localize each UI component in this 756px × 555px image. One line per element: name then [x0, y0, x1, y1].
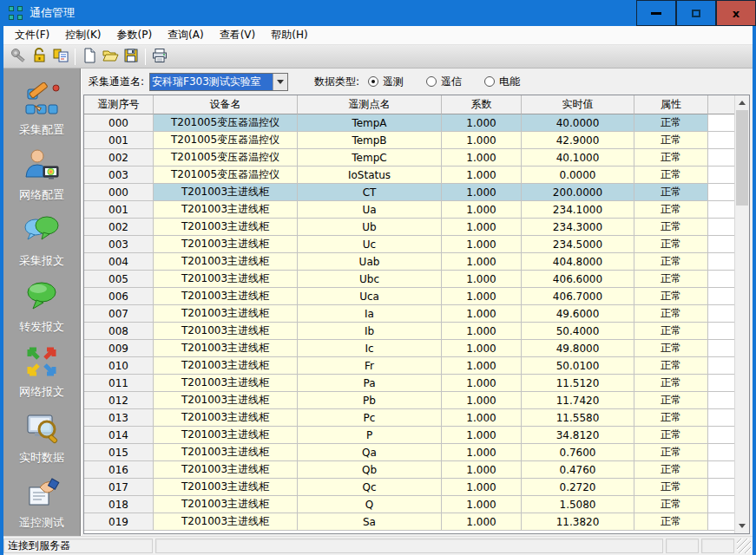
table-row[interactable]: 012T201003主进线柜Pb1.00011.7420正常 [84, 392, 734, 409]
column-header-1[interactable]: 设备名 [154, 95, 298, 114]
table-cell: 004 [84, 253, 154, 271]
sidebar-item-collect-message[interactable]: 采集报文 [3, 208, 80, 274]
table-cell: 011 [84, 375, 154, 392]
table-cell: 1.000 [442, 409, 522, 427]
table-cell: Ua [298, 201, 442, 219]
sidebar-item-remote-test[interactable]: 遥控测试 [3, 470, 80, 536]
channel-combobox[interactable]: 安科瑞F303测试实验室 [149, 73, 288, 91]
table-row[interactable]: 014T201003主进线柜P1.00034.8120正常 [84, 427, 734, 444]
vertical-scrollbar[interactable] [734, 95, 749, 533]
table-cell: 1.000 [442, 375, 522, 392]
sidebar-item-network-config[interactable]: 网络配置 [3, 143, 80, 209]
window-controls: x [636, 0, 756, 26]
network-config-icon [23, 147, 61, 185]
table-cell: 002 [84, 219, 154, 236]
menu-item-2[interactable]: 参数(P) [109, 26, 161, 44]
table-cell: 正常 [634, 201, 708, 219]
main-area: 采集配置网络配置采集报文转发报文网络报文实时数据遥控测试 采集通道名: 安科瑞F… [3, 69, 753, 536]
column-header-0[interactable]: 遥测序号 [84, 95, 154, 114]
table-cell: 1.000 [442, 496, 522, 513]
table-row[interactable]: 003T201005变压器温控仪IoStatus1.0000.0000正常 [84, 166, 734, 184]
sidebar-item-collect-config[interactable]: 采集配置 [3, 77, 80, 143]
table-cell: T201003主进线柜 [154, 375, 298, 392]
new-file-icon [81, 47, 98, 67]
table-cell-filler [708, 236, 734, 253]
menu-item-3[interactable]: 查询(A) [160, 26, 212, 44]
table-cell: 1.000 [442, 340, 522, 357]
scroll-down-button[interactable] [735, 519, 749, 533]
password-button[interactable] [50, 47, 71, 67]
radio-telesignal[interactable]: 遥信 [426, 75, 462, 89]
table-cell: 007 [84, 305, 154, 323]
table-row[interactable]: 000T201003主进线柜CT1.000200.0000正常 [84, 184, 734, 201]
radio-energy[interactable]: 电能 [484, 75, 520, 89]
table-cell: 正常 [634, 149, 708, 166]
table-cell: T201005变压器温控仪 [154, 149, 298, 166]
radio-telemetry[interactable]: 遥测 [368, 75, 404, 89]
new-file-button[interactable] [79, 47, 100, 67]
status-panel [155, 539, 663, 553]
column-header-5[interactable]: 属性 [634, 95, 708, 114]
sidebar-item-network-message[interactable]: 网络报文 [3, 339, 80, 405]
resize-grip[interactable] [737, 539, 751, 553]
save-button[interactable] [121, 47, 141, 67]
table-row[interactable]: 002T201005变压器温控仪TempC1.00040.1000正常 [84, 149, 734, 166]
radio-circle-icon [426, 76, 437, 87]
table-row[interactable]: 009T201003主进线柜Ic1.00049.8000正常 [84, 340, 734, 357]
column-header-3[interactable]: 系数 [442, 95, 522, 114]
combobox-dropdown-button[interactable] [273, 74, 287, 90]
table-cell: 002 [84, 149, 154, 166]
menu-item-0[interactable]: 文件(F) [7, 26, 57, 44]
table-row[interactable]: 006T201003主进线柜Uca1.000406.7000正常 [84, 288, 734, 305]
table-cell-filler [708, 253, 734, 271]
table-row[interactable]: 003T201003主进线柜Uc1.000234.5000正常 [84, 236, 734, 253]
table-row[interactable]: 019T201003主进线柜Sa1.00011.3820正常 [84, 513, 734, 531]
table-row[interactable]: 011T201003主进线柜Pa1.00011.5120正常 [84, 375, 734, 392]
unlock-button[interactable] [30, 47, 50, 67]
table-row[interactable]: 013T201003主进线柜Pc1.00011.5580正常 [84, 409, 734, 427]
column-header-4[interactable]: 实时值 [522, 95, 634, 114]
table-row[interactable]: 002T201003主进线柜Ub1.000234.3000正常 [84, 219, 734, 236]
table-row[interactable]: 017T201003主进线柜Qc1.0000.2720正常 [84, 479, 734, 496]
maximize-button[interactable] [676, 0, 716, 26]
scrollbar-thumb[interactable] [736, 110, 748, 206]
table-cell: T201003主进线柜 [154, 409, 298, 427]
minimize-button[interactable] [636, 0, 676, 26]
table-cell: 正常 [634, 392, 708, 409]
table-cell-filler [708, 132, 734, 149]
table-row[interactable]: 015T201003主进线柜Qa1.0000.7600正常 [84, 444, 734, 461]
table-row[interactable]: 018T201003主进线柜Q1.0001.5080正常 [84, 496, 734, 513]
close-button[interactable]: x [716, 0, 756, 26]
print-icon [151, 47, 168, 67]
table-cell: 1.000 [442, 392, 522, 409]
open-file-button[interactable] [100, 47, 121, 67]
table-row[interactable]: 001T201003主进线柜Ua1.000234.1000正常 [84, 201, 734, 219]
key-button[interactable] [9, 47, 30, 67]
table-row[interactable]: 007T201003主进线柜Ia1.00049.6000正常 [84, 305, 734, 323]
print-button[interactable] [149, 47, 170, 67]
column-header-2[interactable]: 遥测点名 [298, 95, 442, 114]
table-cell: 1.000 [442, 479, 522, 496]
table-row[interactable]: 008T201003主进线柜Ib1.00050.4000正常 [84, 323, 734, 340]
forward-message-icon [23, 279, 61, 317]
menu-item-4[interactable]: 查看(V) [212, 26, 264, 44]
sidebar-item-forward-message[interactable]: 转发报文 [3, 274, 80, 340]
table-cell: 014 [84, 427, 154, 444]
table-cell: T201005变压器温控仪 [154, 166, 298, 184]
table-cell: Pb [298, 392, 442, 409]
table-row[interactable]: 016T201003主进线柜Qb1.0000.4760正常 [84, 461, 734, 479]
table-row[interactable]: 001T201005变压器温控仪TempB1.00042.9000正常 [84, 132, 734, 149]
menu-item-1[interactable]: 控制(K) [57, 26, 108, 44]
table-row[interactable]: 005T201003主进线柜Ubc1.000406.6000正常 [84, 271, 734, 288]
scroll-up-button[interactable] [735, 95, 749, 110]
menu-item-5[interactable]: 帮助(H) [263, 26, 315, 44]
table-cell: 017 [84, 479, 154, 496]
table-row[interactable]: 010T201003主进线柜Fr1.00050.0100正常 [84, 357, 734, 375]
sidebar-item-realtime-data[interactable]: 实时数据 [3, 405, 80, 471]
toolbar-separator [75, 49, 76, 65]
sidebar-item-label: 转发报文 [19, 319, 64, 335]
table-row[interactable]: 000T201005变压器温控仪TempA1.00040.0000正常 [84, 114, 734, 132]
window-title: 通信管理 [30, 5, 75, 21]
table-row[interactable]: 004T201003主进线柜Uab1.000404.8000正常 [84, 253, 734, 271]
table-cell: 正常 [634, 236, 708, 253]
